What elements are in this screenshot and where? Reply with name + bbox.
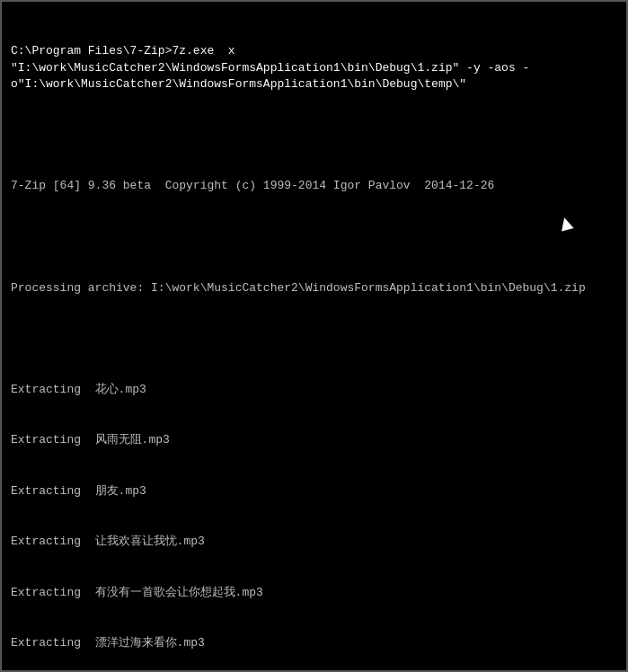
file-5: Extracting 有没有一首歌会让你想起我.mp3 [11, 585, 617, 602]
file-2: Extracting 风雨无阻.mp3 [11, 432, 617, 449]
command-line: C:\Program Files\7-Zip>7z.exe x "I:\work… [11, 43, 617, 94]
file-6: Extracting 漂洋过海来看你.mp3 [11, 635, 617, 652]
blank-line-2 [11, 229, 617, 246]
processing-line: Processing archive: I:\work\MusicCatcher… [11, 280, 617, 297]
version-line: 7-Zip [64] 9.36 beta Copyright (c) 1999-… [11, 178, 617, 195]
file-4: Extracting 让我欢喜让我忧.mp3 [11, 534, 617, 551]
blank-line-1 [11, 128, 617, 145]
terminal-output: C:\Program Files\7-Zip>7z.exe x "I:\work… [2, 2, 626, 670]
file-3: Extracting 朋友.mp3 [11, 483, 617, 500]
file-1: Extracting 花心.mp3 [11, 382, 617, 399]
blank-line-3 [11, 331, 617, 348]
terminal-window: C:\Program Files\7-Zip>7z.exe x "I:\work… [0, 0, 628, 672]
